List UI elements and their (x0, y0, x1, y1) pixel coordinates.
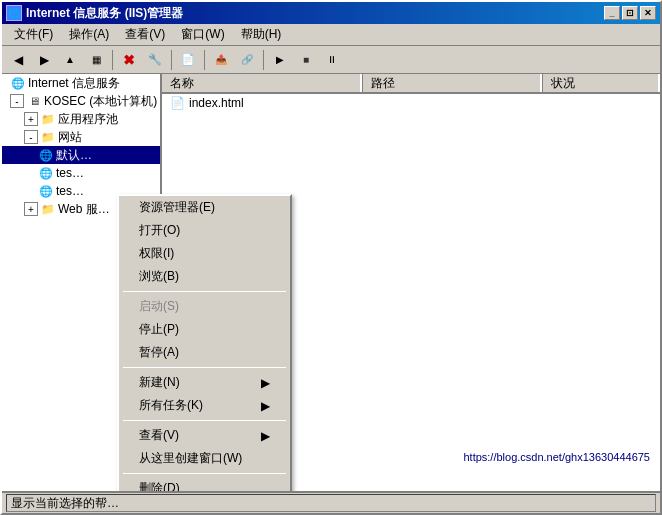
ctx-delete[interactable]: 删除(D) (119, 477, 290, 491)
titlebar-buttons: _ ⊡ ✕ (604, 6, 656, 20)
ctx-start[interactable]: 启动(S) (119, 295, 290, 318)
ctx-resource-mgr[interactable]: 资源管理器(E) (119, 196, 290, 219)
tree-label-internet: Internet 信息服务 (28, 75, 120, 92)
toolbar-sep4 (263, 50, 264, 70)
tree-label-kosec: KOSEC (本地计算机) (44, 93, 157, 110)
pause-button[interactable]: ⏸ (320, 49, 344, 71)
expand-website[interactable]: - (24, 130, 38, 144)
showhide-button[interactable]: ▦ (84, 49, 108, 71)
tree-item-default[interactable]: 🌐 默认… (2, 146, 160, 164)
restore-button[interactable]: ⊡ (622, 6, 638, 20)
ctx-view-arrow: ▶ (261, 429, 270, 443)
ctx-sep2 (123, 367, 286, 368)
globe-icon: 🌐 (10, 75, 26, 91)
site-default-icon: 🌐 (38, 147, 54, 163)
toolbar-sep1 (112, 50, 113, 70)
window-title: Internet 信息服务 (IIS)管理器 (26, 5, 183, 22)
up-button[interactable]: ▲ (58, 49, 82, 71)
ctx-sep3 (123, 420, 286, 421)
ctx-new-window[interactable]: 从这里创建窗口(W) (119, 447, 290, 470)
ctx-all-tasks[interactable]: 所有任务(K) ▶ (119, 394, 290, 417)
ctx-view[interactable]: 查看(V) ▶ (119, 424, 290, 447)
tree-item-website[interactable]: - 📁 网站 (2, 128, 160, 146)
statusbar: 显示当前选择的帮… (2, 491, 660, 513)
tree-item-kosec[interactable]: - 🖥 KOSEC (本地计算机) (2, 92, 160, 110)
col-header-path[interactable]: 路径 (362, 74, 542, 92)
ctx-all-tasks-label: 所有任务(K) (139, 397, 203, 414)
minimize-button[interactable]: _ (604, 6, 620, 20)
site-tes1-icon: 🌐 (38, 165, 54, 181)
computer-icon: 🖥 (26, 93, 42, 109)
ctx-sep4 (123, 473, 286, 474)
toolbar-sep2 (171, 50, 172, 70)
tree-label-website: 网站 (58, 129, 82, 146)
ctx-stop[interactable]: 停止(P) (119, 318, 290, 341)
folder-website-icon: 📁 (40, 129, 56, 145)
ctx-new-arrow: ▶ (261, 376, 270, 390)
ctx-open[interactable]: 打开(O) (119, 219, 290, 242)
export-button[interactable]: 📤 (209, 49, 233, 71)
tree-label-tes1: tes… (56, 166, 84, 180)
col-header-name[interactable]: 名称 (162, 74, 362, 92)
context-menu: 资源管理器(E) 打开(O) 权限(I) 浏览(B) 启动(S) 停止(P) 暂… (117, 194, 292, 491)
list-cell-name: 📄 index.html (162, 96, 362, 110)
tree-label-apppool: 应用程序池 (58, 111, 118, 128)
folder-apppool-icon: 📁 (40, 111, 56, 127)
titlebar: 🌐 Internet 信息服务 (IIS)管理器 _ ⊡ ✕ (2, 2, 660, 24)
tree-label-webservice: Web 服… (58, 201, 110, 218)
ctx-permissions[interactable]: 权限(I) (119, 242, 290, 265)
folder-webservice-icon: 📁 (40, 201, 56, 217)
col-header-status[interactable]: 状况 (542, 74, 660, 92)
statusbar-text: 显示当前选择的帮… (6, 494, 656, 512)
expand-webservice[interactable]: + (24, 202, 38, 216)
properties-button[interactable]: 🔧 (143, 49, 167, 71)
stop-button[interactable]: ■ (294, 49, 318, 71)
menu-help[interactable]: 帮助(H) (233, 24, 290, 45)
delete-button[interactable]: ✖ (117, 49, 141, 71)
back-button[interactable]: ◀ (6, 49, 30, 71)
start-button[interactable]: ▶ (268, 49, 292, 71)
ctx-new[interactable]: 新建(N) ▶ (119, 371, 290, 394)
ctx-pause[interactable]: 暂停(A) (119, 341, 290, 364)
tree-item-tes1[interactable]: 🌐 tes… (2, 164, 160, 182)
ctx-view-label: 查看(V) (139, 427, 179, 444)
expand-apppool[interactable]: + (24, 112, 38, 126)
file-name: index.html (189, 96, 244, 110)
tree-label-default: 默认… (56, 147, 92, 164)
app-icon: 🌐 (6, 5, 22, 21)
tree-item-apppool[interactable]: + 📁 应用程序池 (2, 110, 160, 128)
toolbar: ◀ ▶ ▲ ▦ ✖ 🔧 📄 📤 🔗 ▶ ■ ⏸ (2, 46, 660, 74)
new-button[interactable]: 📄 (176, 49, 200, 71)
menu-file[interactable]: 文件(F) (6, 24, 61, 45)
toolbar-sep3 (204, 50, 205, 70)
main-area: 🌐 Internet 信息服务 - 🖥 KOSEC (本地计算机) + 📁 应用… (2, 74, 660, 491)
link-button[interactable]: 🔗 (235, 49, 259, 71)
close-button[interactable]: ✕ (640, 6, 656, 20)
menu-window[interactable]: 窗口(W) (173, 24, 232, 45)
expand-kosec[interactable]: - (10, 94, 24, 108)
site-tes2-icon: 🌐 (38, 183, 54, 199)
tree-label-tes2: tes… (56, 184, 84, 198)
ctx-sep1 (123, 291, 286, 292)
forward-button[interactable]: ▶ (32, 49, 56, 71)
menubar: 文件(F) 操作(A) 查看(V) 窗口(W) 帮助(H) (2, 24, 660, 46)
ctx-new-label: 新建(N) (139, 374, 180, 391)
ctx-browse[interactable]: 浏览(B) (119, 265, 290, 288)
file-icon: 📄 (170, 96, 185, 110)
ctx-all-tasks-arrow: ▶ (261, 399, 270, 413)
menu-view[interactable]: 查看(V) (117, 24, 173, 45)
list-header: 名称 路径 状况 (162, 74, 660, 94)
main-window: 🌐 Internet 信息服务 (IIS)管理器 _ ⊡ ✕ 文件(F) 操作(… (0, 0, 662, 515)
list-row[interactable]: 📄 index.html (162, 94, 660, 112)
menu-action[interactable]: 操作(A) (61, 24, 117, 45)
titlebar-left: 🌐 Internet 信息服务 (IIS)管理器 (6, 5, 183, 22)
tree-item-internet[interactable]: 🌐 Internet 信息服务 (2, 74, 160, 92)
